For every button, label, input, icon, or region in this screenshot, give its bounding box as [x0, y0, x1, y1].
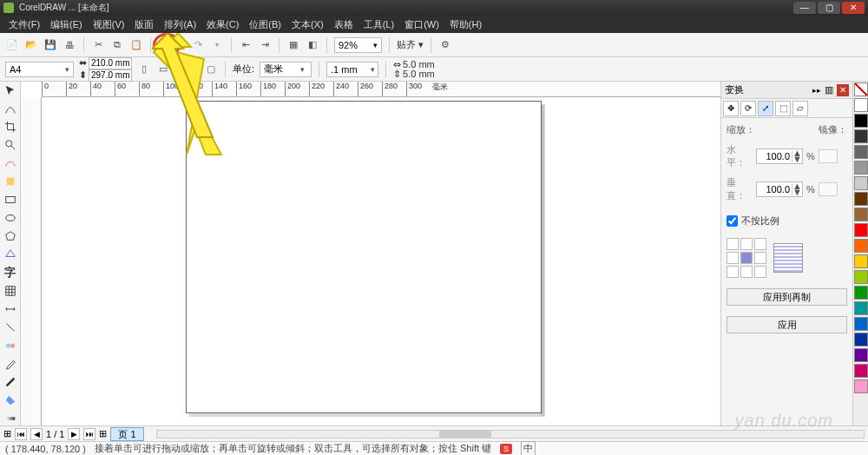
maximize-button[interactable]: ▢ — [818, 2, 840, 14]
page-tab[interactable]: 页 1 — [110, 427, 143, 441]
nudge-combo[interactable]: ▾ — [326, 62, 378, 77]
page-height-input[interactable] — [89, 69, 132, 82]
page-size-combo[interactable]: ▾ — [5, 62, 74, 77]
menu-table[interactable]: 表格 — [329, 18, 358, 31]
color-swatch[interactable] — [854, 239, 868, 253]
undo-dropdown-icon[interactable]: ▾ — [172, 38, 186, 52]
color-swatch[interactable] — [854, 254, 868, 268]
color-swatch[interactable] — [854, 176, 868, 190]
dimension-tool-icon[interactable] — [3, 302, 18, 317]
minimize-button[interactable]: — — [793, 2, 816, 14]
polygon-tool-icon[interactable] — [3, 228, 18, 243]
color-swatch[interactable] — [854, 317, 868, 331]
last-page-button[interactable]: ⏭ — [83, 428, 95, 440]
snap-dropdown[interactable]: 贴齐 ▾ — [397, 38, 424, 51]
cut-icon[interactable]: ✂ — [91, 38, 105, 52]
color-swatch[interactable] — [854, 333, 868, 346]
menu-edit[interactable]: 编辑(E) — [45, 18, 88, 31]
nudge-input[interactable] — [331, 64, 369, 75]
menu-text[interactable]: 文本(X) — [286, 18, 329, 31]
color-swatch[interactable] — [854, 145, 868, 159]
rectangle-tool-icon[interactable] — [3, 192, 18, 207]
tab-position-icon[interactable]: ✥ — [723, 101, 739, 116]
prev-page-button[interactable]: ◀ — [30, 428, 43, 440]
fill-tool-icon[interactable] — [3, 392, 18, 407]
redo-icon[interactable]: ↷ — [191, 38, 205, 52]
basic-shapes-icon[interactable] — [3, 247, 18, 261]
crop-tool-icon[interactable] — [3, 120, 18, 135]
freehand-tool-icon[interactable] — [3, 156, 18, 171]
page-size-input[interactable] — [10, 64, 63, 75]
v-scale-spinner[interactable]: ▲▼ — [756, 181, 803, 197]
ime-indicator-icon[interactable]: S — [500, 444, 512, 454]
tab-size-icon[interactable]: ⬚ — [775, 101, 791, 116]
menu-view[interactable]: 视图(V) — [88, 18, 130, 31]
apply-to-duplicate-button[interactable]: 应用到再制 — [727, 288, 847, 306]
menu-layout[interactable]: 版面 — [129, 18, 159, 31]
non-proportional-checkbox[interactable] — [727, 215, 738, 227]
color-swatch[interactable] — [854, 364, 868, 378]
tab-skew-icon[interactable]: ▱ — [792, 101, 808, 116]
color-swatch[interactable] — [854, 379, 868, 393]
print-icon[interactable]: 🖶 — [62, 38, 76, 52]
options-icon[interactable]: ⚙ — [438, 38, 452, 52]
interactive-fill-icon[interactable] — [3, 411, 18, 425]
color-swatch[interactable] — [854, 270, 868, 284]
export-icon[interactable]: ⇥ — [258, 38, 272, 52]
h-scale-input[interactable] — [757, 151, 792, 162]
open-icon[interactable]: 📂 — [24, 38, 38, 52]
redo-dropdown-icon[interactable]: ▾ — [210, 38, 224, 52]
current-page-icon[interactable]: ▢ — [204, 63, 218, 76]
anchor-grid[interactable] — [727, 238, 766, 278]
docker-collapse-icon[interactable]: ▸▸ — [812, 86, 821, 95]
portrait-icon[interactable]: ▯ — [137, 63, 151, 76]
outline-tool-icon[interactable] — [3, 374, 18, 389]
color-swatch[interactable] — [854, 129, 868, 143]
color-swatch[interactable] — [854, 301, 868, 315]
color-swatch[interactable] — [854, 286, 868, 300]
ellipse-tool-icon[interactable] — [3, 210, 18, 225]
zoom-input[interactable] — [339, 40, 373, 50]
color-swatch[interactable] — [854, 208, 868, 221]
first-page-button[interactable]: ⏮ — [15, 428, 27, 440]
menu-tools[interactable]: 工具(L) — [358, 18, 399, 31]
swatch-none[interactable] — [854, 82, 868, 96]
new-icon[interactable]: 📄 — [5, 38, 19, 52]
color-swatch[interactable] — [854, 98, 868, 112]
color-swatch[interactable] — [854, 223, 868, 237]
h-scale-spinner[interactable]: ▲▼ — [756, 148, 803, 164]
eyedropper-tool-icon[interactable] — [3, 356, 18, 371]
page-width-input[interactable] — [89, 57, 132, 69]
shape-tool-icon[interactable] — [3, 102, 18, 116]
mirror-v-button[interactable] — [819, 182, 838, 196]
v-scale-input[interactable] — [757, 184, 792, 195]
pick-tool-icon[interactable] — [3, 83, 18, 98]
canvas[interactable]: 0 20 40 60 80 100 120 140 160 180 200 22… — [21, 82, 720, 425]
menu-bitmap[interactable]: 位图(B) — [244, 18, 286, 31]
color-swatch[interactable] — [854, 161, 868, 175]
tab-rotate-icon[interactable]: ⟳ — [740, 101, 756, 116]
page-add-after-icon[interactable]: ⊞ — [99, 428, 107, 439]
color-swatch[interactable] — [854, 192, 868, 206]
menu-effects[interactable]: 效果(C) — [201, 18, 244, 31]
text-tool-icon[interactable]: 字 — [3, 265, 18, 280]
docker-menu-icon[interactable]: ▥ — [825, 84, 833, 96]
paste-icon[interactable]: 📋 — [129, 38, 143, 52]
color-swatch[interactable] — [854, 348, 868, 362]
smart-fill-icon[interactable] — [3, 174, 18, 188]
docker-close-icon[interactable]: ✕ — [837, 84, 849, 96]
apply-button[interactable]: 应用 — [727, 316, 847, 333]
import-icon[interactable]: ⇤ — [239, 38, 253, 52]
unit-input[interactable] — [264, 64, 299, 75]
mirror-h-button[interactable] — [819, 149, 838, 163]
menu-help[interactable]: 帮助(H) — [444, 18, 487, 31]
tab-scale-icon[interactable]: ⤢ — [758, 101, 773, 116]
close-button[interactable]: ✕ — [842, 2, 865, 14]
page-add-icon[interactable]: ⊞ — [3, 428, 11, 439]
all-pages-icon[interactable]: ⿲ — [185, 63, 199, 76]
save-icon[interactable]: 💾 — [43, 38, 57, 52]
table-tool-icon[interactable] — [3, 284, 18, 299]
copy-icon[interactable]: ⧉ — [110, 38, 124, 52]
landscape-icon[interactable]: ▭ — [156, 63, 170, 76]
blend-tool-icon[interactable] — [3, 339, 18, 353]
